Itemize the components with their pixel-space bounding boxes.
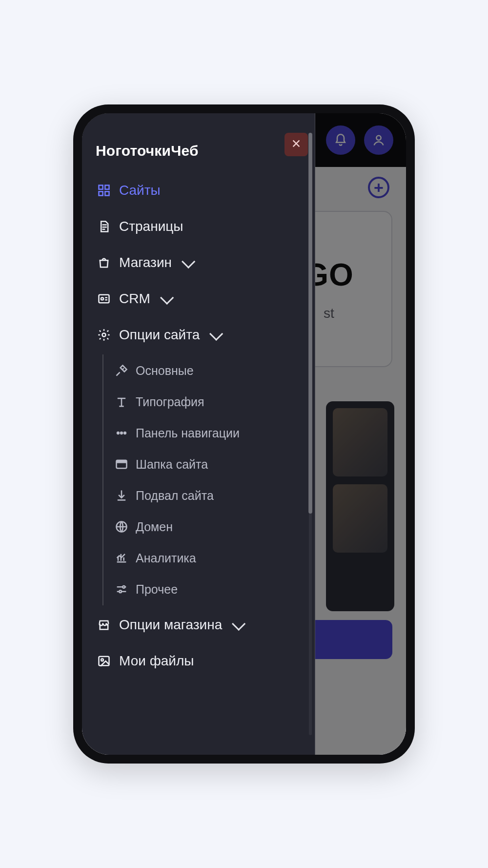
svg-point-6 bbox=[101, 297, 103, 300]
svg-point-8 bbox=[117, 432, 119, 434]
phone-mockup: + GO st НоготочкиЧеб bbox=[73, 104, 415, 764]
svg-point-10 bbox=[124, 432, 126, 434]
sub-item-footer[interactable]: Подвал сайта bbox=[113, 480, 305, 511]
nav-label: Мои файлы bbox=[119, 653, 194, 669]
image-icon bbox=[97, 654, 111, 668]
nav-label: CRM bbox=[119, 291, 150, 307]
site-title: НоготочкиЧеб bbox=[96, 143, 199, 159]
drawer-nav: Сайты Страницы Магазин bbox=[94, 174, 305, 678]
nav-label: Шапка сайта bbox=[136, 457, 208, 472]
nav-label: Страницы bbox=[119, 219, 183, 234]
nav-label: Аналитика bbox=[136, 551, 196, 565]
sliders-icon bbox=[114, 582, 129, 597]
shopping-bag-icon bbox=[97, 255, 111, 270]
svg-rect-16 bbox=[99, 657, 109, 666]
header-icon bbox=[114, 457, 129, 472]
svg-rect-4 bbox=[105, 191, 109, 195]
svg-point-17 bbox=[101, 659, 103, 661]
sub-item-other[interactable]: Прочее bbox=[113, 574, 305, 604]
nav-label: Подвал сайта bbox=[136, 489, 214, 503]
scrollbar-thumb[interactable] bbox=[308, 133, 312, 514]
chart-icon bbox=[114, 551, 129, 565]
sub-item-analytics[interactable]: Аналитика bbox=[113, 543, 305, 573]
document-icon bbox=[97, 219, 111, 234]
nav-label: Прочее bbox=[136, 582, 178, 597]
nav-item-shop[interactable]: Магазин bbox=[94, 246, 305, 279]
nav-label: Панель навигации bbox=[136, 426, 240, 440]
svg-point-15 bbox=[119, 590, 122, 593]
sub-item-header[interactable]: Шапка сайта bbox=[113, 449, 305, 479]
sub-item-navpanel[interactable]: Панель навигации bbox=[113, 418, 305, 448]
nav-item-site-options[interactable]: Опции сайта bbox=[94, 318, 305, 351]
storefront-icon bbox=[97, 618, 111, 632]
nav-label: Типография bbox=[136, 395, 204, 409]
svg-point-7 bbox=[102, 333, 106, 337]
drawer-header: НоготочкиЧеб bbox=[94, 143, 305, 174]
tools-icon bbox=[114, 363, 129, 378]
download-icon bbox=[114, 488, 129, 503]
gear-icon bbox=[97, 328, 111, 342]
nav-label: Сайты bbox=[119, 183, 161, 198]
nav-item-pages[interactable]: Страницы bbox=[94, 210, 305, 243]
side-drawer: НоготочкиЧеб Сайты Страницы bbox=[82, 113, 315, 755]
nav-item-sites[interactable]: Сайты bbox=[94, 174, 305, 207]
grid-icon bbox=[97, 183, 111, 198]
nav-item-my-files[interactable]: Мои файлы bbox=[94, 644, 305, 678]
globe-icon bbox=[114, 519, 129, 534]
chevron-down-icon bbox=[232, 617, 245, 631]
nav-item-crm[interactable]: CRM bbox=[94, 282, 305, 315]
chevron-down-icon bbox=[209, 327, 223, 341]
screen: + GO st НоготочкиЧеб bbox=[82, 113, 406, 755]
chevron-down-icon bbox=[182, 255, 195, 269]
id-card-icon bbox=[97, 291, 111, 306]
dots-icon bbox=[114, 426, 129, 440]
nav-label: Опции сайта bbox=[119, 327, 200, 343]
nav-item-shop-options[interactable]: Опции магазина bbox=[94, 608, 305, 641]
svg-rect-1 bbox=[99, 186, 103, 189]
nav-label: Опции магазина bbox=[119, 617, 222, 633]
close-drawer-button[interactable] bbox=[285, 133, 308, 156]
close-icon bbox=[291, 137, 302, 152]
nav-label: Основные bbox=[136, 364, 194, 378]
type-icon bbox=[114, 394, 129, 409]
sub-item-general[interactable]: Основные bbox=[113, 355, 305, 386]
nav-label: Магазин bbox=[119, 255, 172, 270]
svg-rect-3 bbox=[99, 191, 103, 195]
nav-label: Домен bbox=[136, 520, 173, 534]
svg-rect-12 bbox=[117, 460, 127, 463]
svg-rect-2 bbox=[105, 186, 109, 189]
sub-item-domain[interactable]: Домен bbox=[113, 512, 305, 542]
svg-point-14 bbox=[122, 586, 125, 588]
site-options-submenu: Основные Типография Панель навигации bbox=[102, 354, 305, 605]
sub-item-typography[interactable]: Типография bbox=[113, 387, 305, 417]
chevron-down-icon bbox=[160, 291, 174, 305]
svg-point-9 bbox=[121, 432, 122, 434]
